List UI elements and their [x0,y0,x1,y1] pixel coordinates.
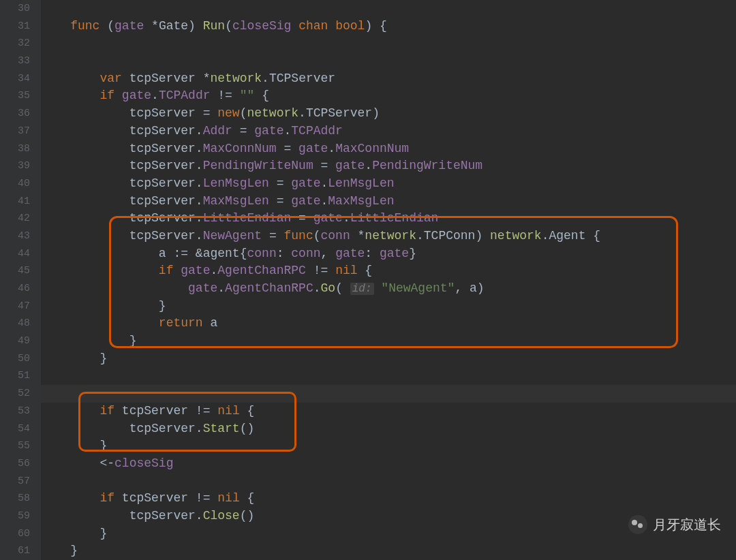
line-number: 51 [0,367,30,385]
code-line[interactable]: tcpServer.LenMsgLen = gate.LenMsgLen [41,175,736,193]
line-number: 42 [0,210,30,228]
code-line[interactable] [41,473,736,491]
line-number: 57 [0,473,30,491]
code-line[interactable]: <-closeSig [41,455,736,473]
code-line[interactable] [41,367,736,385]
code-line[interactable]: var tcpServer *network.TCPServer [41,70,736,88]
line-number: 41 [0,193,30,211]
line-number: 58 [0,490,30,508]
line-number: 59 [0,508,30,525]
line-number: 32 [0,35,30,52]
code-line[interactable]: if gate.TCPAddr != "" { [41,87,736,105]
code-line[interactable]: if tcpServer != nil { [41,490,736,508]
code-line[interactable]: tcpServer.MaxConnNum = gate.MaxConnNum [41,140,736,158]
code-line[interactable]: tcpServer.MaxMsgLen = gate.MaxMsgLen [41,193,736,211]
code-line[interactable]: } [41,298,736,315]
line-number: 36 [0,105,30,123]
line-number: 55 [0,437,30,455]
line-number: 61 [0,542,30,560]
line-number: 44 [0,245,30,263]
line-number: 50 [0,350,30,368]
param-hint: id: [350,283,374,295]
code-line[interactable]: tcpServer.Addr = gate.TCPAddr [41,123,736,140]
line-number-gutter: 3031323334353637383940414243444546474849… [0,0,41,560]
line-number: 56 [0,455,30,473]
code-line[interactable]: } [41,542,736,560]
code-line[interactable]: tcpServer.NewAgent = func(conn *network.… [41,228,736,245]
line-number: 31 [0,18,30,35]
wechat-icon [628,515,647,534]
line-number: 35 [0,87,30,105]
code-editor[interactable]: 3031323334353637383940414243444546474849… [0,0,736,560]
code-line[interactable]: a := &agent{conn: conn, gate: gate} [41,245,736,263]
code-line[interactable] [41,0,736,18]
code-line[interactable]: gate.AgentChanRPC.Go( id: "NewAgent", a) [41,280,736,298]
line-number: 38 [0,140,30,158]
code-line[interactable]: } [41,437,736,455]
code-line[interactable]: if gate.AgentChanRPC != nil { [41,262,736,280]
line-number: 60 [0,525,30,543]
line-number: 39 [0,157,30,175]
code-line[interactable] [41,52,736,70]
code-line[interactable]: tcpServer = new(network.TCPServer) [41,105,736,123]
code-line[interactable]: } [41,332,736,350]
line-number: 48 [0,315,30,332]
line-number: 49 [0,332,30,350]
line-number: 40 [0,175,30,193]
line-number: 46 [0,280,30,298]
code-line[interactable]: tcpServer.Start() [41,420,736,438]
code-line[interactable]: return a [41,315,736,332]
code-line[interactable]: func (gate *Gate) Run(closeSig chan bool… [41,18,736,35]
code-line[interactable] [41,35,736,52]
code-line[interactable]: } [41,350,736,368]
watermark: 月牙寂道长 [628,515,721,534]
code-line[interactable]: tcpServer.LittleEndian = gate.LittleEndi… [41,210,736,228]
code-line[interactable]: tcpServer.PendingWriteNum = gate.Pending… [41,157,736,175]
line-number: 53 [0,403,30,420]
line-number: 37 [0,123,30,140]
line-number: 47 [0,298,30,315]
line-number: 43 [0,228,30,245]
line-number: 30 [0,0,30,18]
line-number: 45 [0,262,30,280]
line-number: 34 [0,70,30,88]
line-number: 33 [0,52,30,70]
line-number: 54 [0,420,30,438]
line-number: 52 [0,385,30,403]
code-line[interactable]: if tcpServer != nil { [41,403,736,420]
code-area[interactable]: func (gate *Gate) Run(closeSig chan bool… [41,0,736,560]
watermark-text: 月牙寂道长 [653,516,721,533]
